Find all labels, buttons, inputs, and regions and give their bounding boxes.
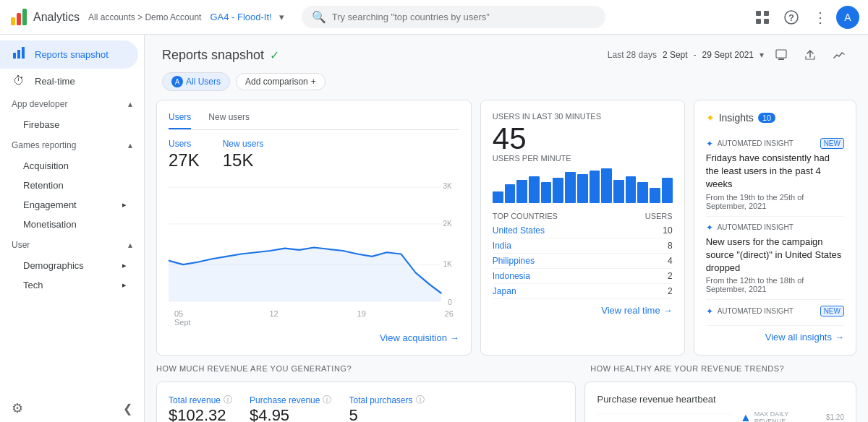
svg-rect-5 bbox=[756, 19, 761, 24]
sidebar-item-engagement[interactable]: Engagement ▸ bbox=[0, 195, 138, 215]
sidebar-collapse-button[interactable]: ❮ bbox=[123, 402, 132, 415]
insight-type-icon-3: ✦ bbox=[706, 306, 713, 316]
collapse-games-icon: ▴ bbox=[128, 140, 132, 150]
sidebar-section-app-developer[interactable]: App developer ▴ bbox=[0, 93, 144, 115]
country-name-4[interactable]: Indonesia bbox=[493, 271, 530, 281]
sidebar-item-acquisition[interactable]: Acquisition bbox=[0, 156, 138, 176]
country-name-3[interactable]: Philippines bbox=[493, 256, 535, 266]
metrics-row: Users 27K New users 15K bbox=[169, 139, 459, 171]
sidebar-item-label: Reports snapshot bbox=[35, 49, 109, 60]
insights-header: ✦ Insights 10 bbox=[706, 112, 844, 124]
svg-rect-3 bbox=[756, 11, 761, 16]
view-realtime-link[interactable]: View real time → bbox=[493, 305, 673, 316]
country-name-2[interactable]: India bbox=[493, 241, 511, 251]
svg-rect-1 bbox=[17, 13, 21, 25]
export-button[interactable] bbox=[770, 43, 793, 66]
sidebar-bottom: ⚙ ❮ bbox=[0, 395, 144, 422]
total-revenue-info-icon[interactable]: ⓘ bbox=[224, 394, 232, 406]
help-button[interactable]: ? bbox=[778, 4, 804, 30]
bar-15 bbox=[662, 178, 673, 203]
more-options-button[interactable]: ⋮ bbox=[807, 4, 833, 30]
bar-10 bbox=[601, 168, 612, 203]
view-acquisition-link[interactable]: View acquisition → bbox=[169, 332, 459, 343]
apps-button[interactable] bbox=[749, 4, 775, 30]
tab-new-users[interactable]: New users bbox=[208, 112, 250, 129]
trend-button[interactable] bbox=[827, 43, 851, 66]
country-name-5[interactable]: Japan bbox=[493, 286, 516, 296]
revenue-left-header: HOW MUCH REVENUE ARE YOU GENERATING? bbox=[156, 364, 582, 376]
country-value-5: 2 bbox=[668, 286, 673, 296]
svg-rect-0 bbox=[11, 17, 15, 25]
svg-rect-10 bbox=[17, 50, 20, 59]
insight-meta-1: ✦ AUTOMATED INSIGHT New bbox=[706, 138, 844, 149]
heartbeat-legend: ▲ MAX DAILY REVENUE $0.99 ▼ AVERAGE DAIL… bbox=[731, 410, 818, 422]
arrow-icon: → bbox=[450, 332, 459, 343]
country-row-5: Japan 2 bbox=[493, 284, 673, 299]
collapse-app-developer-icon: ▴ bbox=[128, 99, 132, 109]
sidebar-item-demographics[interactable]: Demographics ▸ bbox=[0, 256, 138, 275]
add-comparison-button[interactable]: Add comparison + bbox=[236, 73, 326, 90]
users-chart: 3K 2K 1K 0 bbox=[169, 179, 459, 309]
svg-rect-12 bbox=[776, 50, 786, 58]
date-to: 29 Sept 2021 bbox=[702, 50, 754, 60]
bar-2 bbox=[505, 184, 516, 203]
sidebar-item-monetisation[interactable]: Monetisation bbox=[0, 215, 138, 234]
country-name-1[interactable]: United States bbox=[493, 225, 545, 236]
collapse-user-icon: ▴ bbox=[128, 240, 132, 250]
sidebar-item-retention[interactable]: Retention bbox=[0, 176, 138, 195]
insight-meta-2: ✦ AUTOMATED INSIGHT bbox=[706, 223, 844, 233]
heartbeat-content: ▲ MAX DAILY REVENUE $0.99 ▼ AVERAGE DAIL… bbox=[597, 410, 844, 422]
tab-users[interactable]: Users bbox=[169, 112, 191, 129]
insight-item-1: ✦ AUTOMATED INSIGHT New Fridays have con… bbox=[706, 132, 844, 217]
share-button[interactable] bbox=[799, 43, 822, 66]
revenue-cards-row: Total revenue ⓘ $102.32 Purchase revenue… bbox=[145, 376, 868, 422]
sidebar-item-realtime[interactable]: ⏱ Real-time bbox=[0, 69, 138, 93]
sidebar-section-user[interactable]: User ▴ bbox=[0, 234, 144, 256]
property-dropdown-icon[interactable]: ▾ bbox=[279, 12, 284, 22]
search-box[interactable]: 🔍 bbox=[302, 6, 605, 28]
avatar[interactable]: A bbox=[836, 6, 859, 29]
view-all-insights-link[interactable]: View all insights → bbox=[706, 332, 844, 343]
bar-13 bbox=[637, 182, 648, 203]
bar-1 bbox=[493, 191, 503, 203]
realtime-arrow-icon: → bbox=[663, 305, 673, 316]
purchase-revenue-info-icon[interactable]: ⓘ bbox=[323, 394, 331, 406]
sidebar-realtime-label: Real-time bbox=[35, 76, 75, 87]
svg-marker-22 bbox=[169, 248, 441, 301]
revenue-metrics: Total revenue ⓘ $102.32 Purchase revenue… bbox=[169, 394, 563, 422]
insights-arrow-icon: → bbox=[835, 332, 844, 343]
sidebar-section-games-reporting[interactable]: Games reporting ▴ bbox=[0, 134, 144, 156]
nav-actions: ? ⋮ A bbox=[749, 4, 859, 30]
bar-3 bbox=[516, 180, 527, 203]
bar-4 bbox=[529, 176, 540, 203]
search-input[interactable] bbox=[332, 12, 595, 22]
svg-text:?: ? bbox=[788, 12, 794, 23]
total-purchasers-info-icon[interactable]: ⓘ bbox=[416, 394, 425, 406]
bar-11 bbox=[613, 180, 624, 203]
purchase-revenue-metric: Purchase revenue ⓘ $4.95 bbox=[250, 394, 331, 422]
sidebar-item-tech[interactable]: Tech ▸ bbox=[0, 275, 138, 295]
new-badge-3: New bbox=[820, 306, 844, 316]
settings-icon[interactable]: ⚙ bbox=[12, 400, 23, 416]
date-dropdown-icon[interactable]: ▾ bbox=[760, 50, 764, 60]
property-name[interactable]: GA4 - Flood-It! bbox=[210, 12, 271, 22]
chart-tabs: Users New users bbox=[169, 112, 459, 130]
insight-item-2: ✦ AUTOMATED INSIGHT New users for the ca… bbox=[706, 217, 844, 301]
bar-7 bbox=[565, 172, 576, 203]
bar-9 bbox=[590, 171, 600, 203]
total-purchasers-value: 5 bbox=[349, 406, 424, 422]
all-users-avatar: A bbox=[171, 76, 183, 87]
country-value-4: 2 bbox=[668, 271, 673, 281]
sidebar-item-reports-snapshot[interactable]: Reports snapshot bbox=[0, 40, 138, 69]
sidebar-item-firebase[interactable]: Firebase bbox=[0, 115, 138, 134]
realtime-count: 45 bbox=[493, 124, 673, 154]
revenue-generating-card: Total revenue ⓘ $102.32 Purchase revenue… bbox=[156, 382, 576, 422]
header-right: Last 28 days 2 Sept - 29 Sept 2021 ▾ bbox=[608, 43, 851, 66]
country-value-1: 10 bbox=[663, 225, 672, 236]
country-value-2: 8 bbox=[668, 241, 673, 251]
insight-date-1: From the 19th to the 25th of September, … bbox=[706, 193, 844, 210]
reports-snapshot-icon bbox=[12, 46, 26, 63]
app-title: Analytics bbox=[33, 11, 80, 24]
new-badge-1: New bbox=[820, 138, 844, 149]
all-users-filter[interactable]: A All Users bbox=[162, 72, 230, 91]
